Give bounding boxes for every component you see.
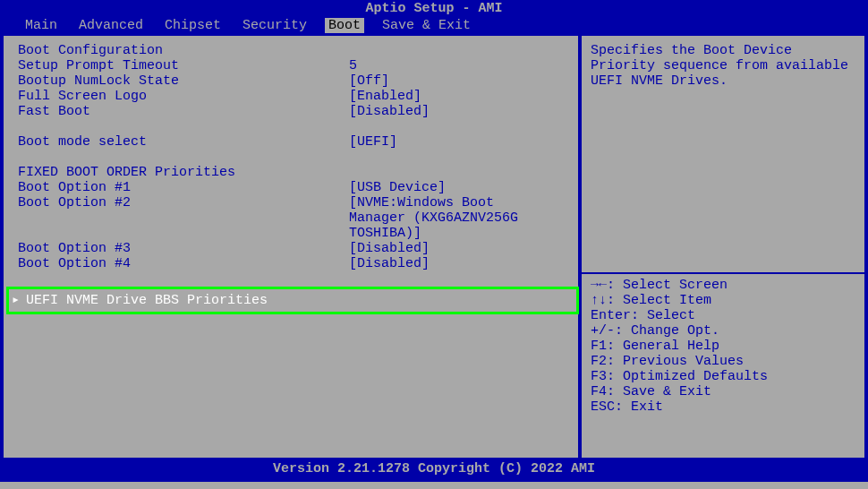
config-label: Boot mode select: [18, 134, 349, 150]
config-value: 5: [349, 58, 567, 73]
config-row: TOSHIBA)]: [7, 226, 578, 241]
footer-bar: Version 2.21.1278 Copyright (C) 2022 AMI: [0, 459, 868, 482]
key-hint: Enter: Select: [591, 308, 855, 323]
config-label: Setup Prompt Timeout: [18, 58, 349, 73]
help-divider: [582, 272, 864, 274]
config-value: [Enabled]: [349, 89, 567, 104]
left-panel: Boot ConfigurationSetup Prompt Timeout5B…: [0, 36, 580, 458]
config-value: [Disabled]: [349, 256, 567, 271]
main-area: Boot ConfigurationSetup Prompt Timeout5B…: [0, 34, 868, 459]
config-label: Bootup NumLock State: [18, 73, 349, 89]
config-value: [Disabled]: [349, 104, 567, 119]
right-panel: Specifies the Boot Device Priority seque…: [580, 36, 868, 458]
config-label: [18, 226, 349, 241]
config-row[interactable]: Boot mode select[UEFI]: [7, 134, 578, 150]
menu-tab-advanced[interactable]: Advanced: [75, 18, 147, 33]
blank-row: [7, 271, 578, 287]
config-row[interactable]: Full Screen Logo[Enabled]: [7, 89, 578, 104]
title-text: Aptio Setup - AMI: [365, 1, 502, 16]
key-hint: +/-: Change Opt.: [591, 323, 855, 339]
bios-root: Aptio Setup - AMI MainAdvancedChipsetSec…: [0, 0, 868, 489]
submenu-label: UEFI NVME Drive BBS Priorities: [26, 293, 268, 308]
key-hint: F2: Previous Values: [591, 354, 855, 369]
config-row[interactable]: Bootup NumLock State[Off]: [7, 73, 578, 89]
config-label: Boot Option #4: [18, 256, 349, 271]
footer-text: Version 2.21.1278 Copyright (C) 2022 AMI: [273, 461, 595, 476]
config-label: [18, 210, 349, 226]
key-hint: ESC: Exit: [591, 399, 855, 415]
config-value: [UEFI]: [349, 134, 567, 150]
submenu-arrow-icon: ▸: [12, 293, 22, 308]
key-hint: F3: Optimized Defaults: [591, 369, 855, 384]
menu-tab-boot[interactable]: Boot: [325, 18, 364, 33]
config-value: [Disabled]: [349, 241, 567, 256]
config-row: Manager (KXG6AZNV256G: [7, 210, 578, 226]
blank-row: [7, 150, 578, 165]
config-label: Boot Option #3: [18, 241, 349, 256]
config-value: [NVME:Windows Boot: [349, 195, 567, 210]
menu-tab-chipset[interactable]: Chipset: [161, 18, 225, 33]
config-row[interactable]: Fast Boot[Disabled]: [7, 104, 578, 119]
config-value: [USB Device]: [349, 180, 567, 195]
config-label: Boot Option #1: [18, 180, 349, 195]
config-row[interactable]: Boot Option #2[NVME:Windows Boot: [7, 195, 578, 210]
key-hints: →←: Select Screen↑↓: Select ItemEnter: S…: [591, 270, 855, 415]
config-value: TOSHIBA)]: [349, 226, 567, 241]
section-header: Boot Configuration: [7, 43, 578, 58]
section-header: FIXED BOOT ORDER Priorities: [7, 165, 578, 180]
blank-row: [7, 119, 578, 134]
config-value: Manager (KXG6AZNV256G: [349, 210, 567, 226]
config-row[interactable]: Boot Option #1[USB Device]: [7, 180, 578, 195]
menu-tab-main[interactable]: Main: [21, 18, 61, 33]
key-hint: F4: Save & Exit: [591, 384, 855, 399]
menu-tab-save-exit[interactable]: Save & Exit: [379, 18, 474, 33]
config-label: Fast Boot: [18, 104, 349, 119]
config-row[interactable]: Setup Prompt Timeout5: [7, 58, 578, 73]
key-hint: ↑↓: Select Item: [591, 293, 855, 308]
submenu-uefi-nvme-bbs[interactable]: ▸UEFI NVME Drive BBS Priorities: [6, 287, 579, 314]
menu-bar: MainAdvancedChipsetSecurityBootSave & Ex…: [0, 17, 868, 34]
config-value: [Off]: [349, 73, 567, 89]
config-row[interactable]: Boot Option #3[Disabled]: [7, 241, 578, 256]
config-label: Full Screen Logo: [18, 89, 349, 104]
config-label: Boot Option #2: [18, 195, 349, 210]
config-row[interactable]: Boot Option #4[Disabled]: [7, 256, 578, 271]
key-hint: →←: Select Screen: [591, 278, 855, 293]
key-hint: F1: General Help: [591, 339, 855, 354]
help-text: Specifies the Boot Device Priority seque…: [591, 43, 855, 89]
title-bar: Aptio Setup - AMI: [0, 0, 868, 17]
menu-tab-security[interactable]: Security: [239, 18, 311, 33]
